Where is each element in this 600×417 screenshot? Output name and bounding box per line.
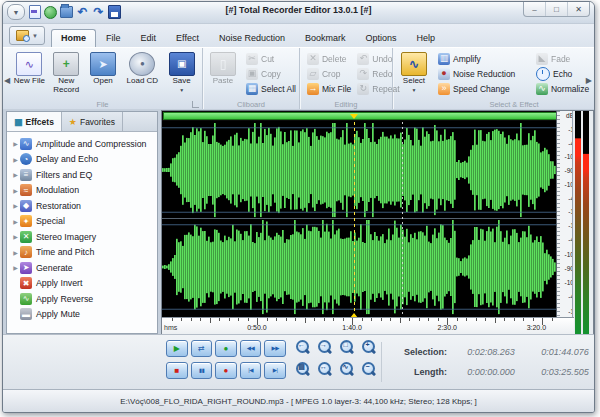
effects-grid-icon: ▦ xyxy=(14,117,23,127)
select-dropdown-icon[interactable]: ▼ xyxy=(411,87,416,93)
tree-item-special[interactable]: ▶✦Special xyxy=(11,214,157,230)
speed-change-button[interactable]: »Speed Change xyxy=(435,81,533,96)
select-icon: ∿ xyxy=(401,52,427,76)
playback-cursor[interactable] xyxy=(354,122,355,318)
expand-arrow-icon[interactable]: ▶ xyxy=(11,264,20,271)
tab-effcets[interactable]: ▦Effcets xyxy=(7,112,62,131)
expand-arrow-icon[interactable]: ▶ xyxy=(11,218,20,225)
main-area: ▦Effcets ★Favorites ▶∿Amplitude and Comp… xyxy=(3,109,594,334)
expand-arrow-icon[interactable]: ▶ xyxy=(11,233,20,240)
zoom-horizontal-button[interactable]: ↔ xyxy=(317,362,332,377)
tab-favorites[interactable]: ★Favorites xyxy=(62,112,123,131)
cursor-marker-top-icon[interactable] xyxy=(350,114,358,119)
open-button[interactable]: ➤ Open xyxy=(86,50,121,95)
tab-effect[interactable]: Effect xyxy=(166,29,209,47)
stop-button[interactable]: ■ xyxy=(166,362,188,379)
copy-icon: ▣ xyxy=(246,68,258,80)
window-controls: – □ ✕ xyxy=(523,2,590,17)
play-button[interactable]: ▶ xyxy=(166,340,188,357)
time-ruler[interactable]: 0:50.0 1:40.0 2:30.0 3:20.0 hms xyxy=(162,317,574,334)
ribbon-group-editing: ✕Delete ▱Crop →Mix File ↶Undo ↷Redo ↻Rep… xyxy=(300,48,393,110)
previous-button[interactable]: |◀ xyxy=(240,362,262,379)
selection-length-value: 0:01:44.076 xyxy=(531,347,595,357)
close-button[interactable]: ✕ xyxy=(567,2,589,16)
new-file-button[interactable]: ∿ New File xyxy=(12,50,47,95)
tab-edit[interactable]: Edit xyxy=(131,29,167,47)
tree-item-apply-mute[interactable]: ▬Apply Mute xyxy=(11,307,157,323)
new-record-button[interactable]: + New Record xyxy=(49,50,84,95)
zoom-scroll-right-button[interactable]: → xyxy=(317,340,332,355)
rewind-button[interactable]: ◀◀ xyxy=(240,340,262,357)
zoom-selection-button[interactable]: □ xyxy=(339,340,354,355)
zoom-full-button[interactable]: ▤ xyxy=(295,362,310,377)
tree-item-amplitude-compression[interactable]: ▶∿Amplitude and Compression xyxy=(11,136,157,152)
tree-item-time-pitch[interactable]: ▶♪Time and Pitch xyxy=(11,245,157,261)
waveform-right-channel[interactable] xyxy=(162,219,556,315)
paste-button[interactable]: ▯ Paste xyxy=(206,50,240,95)
minimize-button[interactable]: – xyxy=(524,2,545,16)
fade-button[interactable]: ◣Fade xyxy=(533,51,595,66)
waveform-left-channel[interactable] xyxy=(162,122,556,219)
ribbon-scroll-right-icon[interactable]: ▶ xyxy=(586,76,592,85)
apply-reverse-icon: ∿ xyxy=(20,293,32,305)
pause-button[interactable]: ▮▮ xyxy=(191,362,213,379)
select-all-button[interactable]: ▦Select All xyxy=(243,81,299,96)
tree-item-restoration[interactable]: ▶◆Restoration xyxy=(11,198,157,214)
tree-item-stereo-imagery[interactable]: ▶✕Stereo Imagery xyxy=(11,229,157,245)
maximize-button[interactable]: □ xyxy=(545,2,567,16)
zoom-in-button[interactable]: + xyxy=(361,340,376,355)
save-button[interactable]: ▣ Save ▼ xyxy=(164,50,199,95)
screenshot-stage: ▼ ↶ ↷ [#] Total Recorder Editor 13.0.1 [… xyxy=(0,0,600,417)
next-button[interactable]: ▶| xyxy=(264,362,286,379)
chevron-down-icon: ▼ xyxy=(32,33,38,39)
expand-arrow-icon[interactable]: ▶ xyxy=(11,202,20,209)
noise-reduction-icon: ● xyxy=(438,68,450,80)
delete-icon: ✕ xyxy=(307,53,319,65)
zoom-out-button[interactable]: − xyxy=(361,362,376,377)
speed-change-icon: » xyxy=(438,83,450,95)
crop-icon: ▱ xyxy=(307,68,319,80)
expand-arrow-icon[interactable]: ▶ xyxy=(11,187,20,194)
dialog-launcher-icon[interactable] xyxy=(192,101,199,108)
zoom-vertical-button[interactable]: ∿ xyxy=(339,362,354,377)
zoom-scroll-left-button[interactable]: ← xyxy=(295,340,310,355)
mix-file-button[interactable]: →Mix File xyxy=(304,81,354,96)
tab-file[interactable]: File xyxy=(96,29,131,47)
tree-item-generate[interactable]: ▶➤Generate xyxy=(11,260,157,276)
save-dropdown-icon[interactable]: ▼ xyxy=(179,87,184,93)
record-button[interactable]: ● xyxy=(215,362,237,379)
delete-button[interactable]: ✕Delete xyxy=(304,51,354,66)
tab-options[interactable]: Options xyxy=(355,29,406,47)
noise-reduction-button[interactable]: ●Noise Reduction xyxy=(435,66,533,81)
cut-button[interactable]: ✂Cut xyxy=(243,51,299,66)
tree-item-filters-eq[interactable]: ▶≡Filters and EQ xyxy=(11,167,157,183)
waveform-panel[interactable]: dB -1 -4 -10 -90 -10 -4 -1 -1 -4 -10 -90… xyxy=(161,110,594,335)
tab-help[interactable]: Help xyxy=(407,29,446,47)
tree-item-modulation[interactable]: ▶≈Modulation xyxy=(11,183,157,199)
record-play-button[interactable]: ● xyxy=(215,340,237,357)
amplify-button[interactable]: ▥Amplify xyxy=(435,51,533,66)
tree-item-apply-invert[interactable]: ✖Apply Invert xyxy=(11,276,157,292)
expand-arrow-icon[interactable]: ▶ xyxy=(11,249,20,256)
select-button[interactable]: ∿ Select ▼ xyxy=(396,50,432,95)
copy-button[interactable]: ▣Copy xyxy=(243,66,299,81)
expand-arrow-icon[interactable]: ▶ xyxy=(11,171,20,178)
tab-noise-reduction[interactable]: Noise Reduction xyxy=(209,29,295,47)
fast-forward-button[interactable]: ▶▶ xyxy=(264,340,286,357)
tree-item-apply-reverse[interactable]: ∿Apply Reverse xyxy=(11,291,157,307)
new-record-icon: + xyxy=(53,52,79,76)
tab-home[interactable]: Home xyxy=(51,29,96,47)
app-menu-button[interactable]: ▼ xyxy=(9,26,45,45)
ruler-label: 3:20.0 xyxy=(527,324,546,331)
tab-bookmark[interactable]: Bookmark xyxy=(295,29,356,47)
tree-item-delay-echo[interactable]: ▶◔Delay and Echo xyxy=(11,152,157,168)
cd-icon: ● xyxy=(129,52,155,76)
ribbon-group-select-effect: ∿ Select ▼ ▥Amplify ●Noise Reduction »Sp… xyxy=(393,48,595,110)
crop-button[interactable]: ▱Crop xyxy=(304,66,354,81)
expand-arrow-icon[interactable]: ▶ xyxy=(11,156,20,163)
expand-arrow-icon[interactable]: ▶ xyxy=(11,140,20,147)
load-cd-button[interactable]: ● Load CD xyxy=(122,50,162,95)
waveform-overview-strip[interactable] xyxy=(162,111,574,121)
loop-button[interactable]: ⇄ xyxy=(191,340,213,357)
ribbon-tab-row: ▼ Home File Edit Effect Noise Reduction … xyxy=(3,24,594,47)
